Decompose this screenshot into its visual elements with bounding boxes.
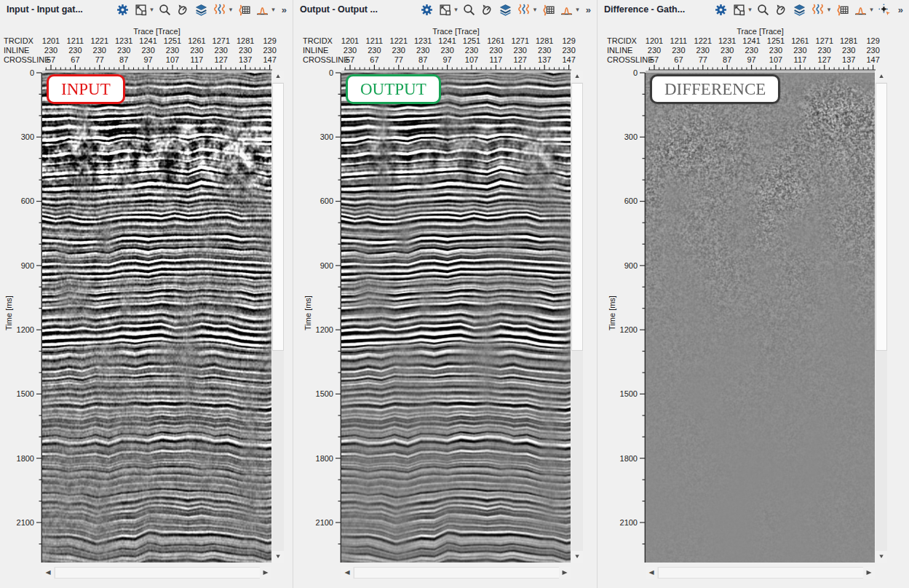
- scroll-up-button[interactable]: ▲: [272, 71, 284, 82]
- dropdown-caret-icon[interactable]: ▾: [229, 7, 233, 13]
- scroll-down-button[interactable]: ▼: [272, 551, 284, 563]
- horizontal-scrollbar-thumb[interactable]: [354, 567, 560, 579]
- horizontal-scrollbar[interactable]: ◀ ▶: [341, 567, 571, 579]
- scroll-left-button[interactable]: ◀: [646, 567, 657, 579]
- horizontal-scrollbar[interactable]: ◀ ▶: [646, 567, 875, 579]
- seismic-image[interactable]: [341, 71, 571, 563]
- trace-header-value: 1271: [512, 36, 529, 45]
- seismic-view: OUTPUT: [341, 71, 571, 563]
- trace-header-value: 230: [769, 46, 782, 55]
- horizontal-scrollbar[interactable]: ◀ ▶: [42, 567, 271, 579]
- trace-header-value: 1211: [67, 36, 84, 45]
- trace-header-value: 57: [650, 55, 659, 64]
- panel-toolbar: ▾▾▾»: [116, 3, 287, 16]
- layers-icon[interactable]: [793, 3, 806, 16]
- trace-header-value: 1251: [164, 36, 181, 45]
- trace-header-value: 1241: [139, 36, 156, 45]
- fit-window-icon[interactable]: [438, 3, 451, 16]
- time-tick-label: 1800: [17, 454, 34, 463]
- settings-icon[interactable]: [420, 3, 433, 16]
- layers-icon[interactable]: [195, 3, 208, 16]
- trace-header-value: 1251: [463, 36, 480, 45]
- wiggle-trace-icon[interactable]: [517, 3, 531, 16]
- histogram-icon[interactable]: [854, 3, 867, 16]
- seismic-image[interactable]: [646, 71, 875, 563]
- gather-panel-input: Input - Input gat... ▾▾▾» Trace [Trace] …: [0, 0, 293, 588]
- gather-table-icon[interactable]: [237, 3, 250, 16]
- trace-header-value: 137: [842, 55, 855, 64]
- dropdown-caret-icon[interactable]: ▾: [748, 7, 752, 13]
- trace-header-row-label: INLINE: [607, 46, 632, 55]
- time-tick-label: 1200: [17, 325, 34, 334]
- trace-header-value: 230: [215, 46, 228, 55]
- scroll-up-button[interactable]: ▲: [571, 71, 583, 82]
- histogram-icon[interactable]: [255, 3, 269, 16]
- scroll-right-button[interactable]: ▶: [863, 567, 875, 579]
- scroll-left-icon: ◀: [344, 570, 349, 576]
- seismic-view: DIFFERENCE: [646, 71, 875, 563]
- vertical-scrollbar[interactable]: ▲ ▼: [571, 71, 583, 563]
- layers-icon[interactable]: [499, 3, 512, 16]
- trace-header-value: 230: [166, 46, 179, 55]
- mouse-pointer-icon[interactable]: [775, 3, 788, 16]
- pick-crosshair-icon[interactable]: [878, 3, 892, 16]
- scroll-left-icon: ◀: [648, 570, 654, 576]
- toolbar-overflow-button[interactable]: »: [282, 4, 287, 15]
- trace-header-value: 1271: [213, 36, 230, 45]
- dropdown-caret-icon[interactable]: ▾: [150, 7, 154, 13]
- scroll-right-button[interactable]: ▶: [260, 567, 271, 579]
- settings-icon[interactable]: [714, 3, 727, 16]
- overlay-label: OUTPUT: [360, 80, 426, 98]
- time-tick-label: 1500: [17, 389, 34, 398]
- vertical-scrollbar[interactable]: ▲ ▼: [876, 71, 887, 563]
- seismic-image[interactable]: [42, 71, 271, 563]
- scroll-down-button[interactable]: ▼: [876, 551, 887, 563]
- horizontal-scrollbar-thumb[interactable]: [658, 567, 864, 579]
- trace-header-value: 1261: [791, 36, 809, 45]
- trace-axis-title: Trace [Trace]: [341, 27, 571, 36]
- scroll-up-button[interactable]: ▲: [876, 71, 887, 82]
- toolbar-overflow-button[interactable]: »: [586, 4, 591, 15]
- zoom-icon[interactable]: [757, 3, 770, 16]
- scroll-left-button[interactable]: ◀: [341, 567, 353, 579]
- time-tick-label: 1200: [316, 325, 333, 334]
- vertical-scrollbar[interactable]: ▲ ▼: [272, 71, 284, 563]
- trace-header-value: 117: [191, 55, 204, 64]
- settings-icon[interactable]: [116, 3, 129, 16]
- trace-header-value: 230: [117, 46, 130, 55]
- gather-table-icon[interactable]: [541, 3, 555, 16]
- trace-header-value: 230: [562, 46, 575, 55]
- dropdown-caret-icon[interactable]: ▾: [271, 7, 275, 13]
- vertical-scrollbar-thumb[interactable]: [876, 83, 887, 351]
- vertical-scrollbar-thumb[interactable]: [272, 83, 284, 351]
- histogram-icon[interactable]: [560, 3, 573, 16]
- dropdown-caret-icon[interactable]: ▾: [454, 7, 458, 13]
- fit-window-icon[interactable]: [732, 3, 745, 16]
- panel-title: Difference - Gath...: [604, 4, 685, 15]
- trace-header-value: 137: [538, 55, 551, 64]
- dropdown-caret-icon[interactable]: ▾: [533, 7, 537, 13]
- trace-header-value: 230: [842, 46, 855, 55]
- vertical-scrollbar-thumb[interactable]: [571, 83, 583, 351]
- scroll-right-icon: ▶: [866, 570, 871, 576]
- zoom-icon[interactable]: [463, 3, 476, 16]
- mouse-pointer-icon[interactable]: [177, 3, 190, 16]
- gather-table-icon[interactable]: [835, 3, 849, 16]
- toolbar-overflow-button[interactable]: »: [898, 4, 903, 15]
- trace-header-value: 230: [392, 46, 405, 55]
- zoom-icon[interactable]: [159, 3, 172, 16]
- dropdown-caret-icon[interactable]: ▾: [827, 7, 831, 13]
- time-tick-label: 900: [21, 261, 34, 270]
- wiggle-trace-icon[interactable]: [213, 3, 226, 16]
- time-tick-label: 1500: [620, 389, 638, 398]
- scroll-down-button[interactable]: ▼: [571, 551, 583, 563]
- panel-header: Input - Input gat... ▾▾▾»: [0, 0, 293, 19]
- dropdown-caret-icon[interactable]: ▾: [576, 7, 579, 13]
- scroll-right-button[interactable]: ▶: [559, 567, 571, 579]
- horizontal-scrollbar-thumb[interactable]: [55, 567, 261, 579]
- wiggle-trace-icon[interactable]: [811, 3, 825, 16]
- scroll-left-button[interactable]: ◀: [42, 567, 54, 579]
- fit-window-icon[interactable]: [134, 3, 147, 16]
- dropdown-caret-icon[interactable]: ▾: [870, 7, 873, 13]
- mouse-pointer-icon[interactable]: [481, 3, 494, 16]
